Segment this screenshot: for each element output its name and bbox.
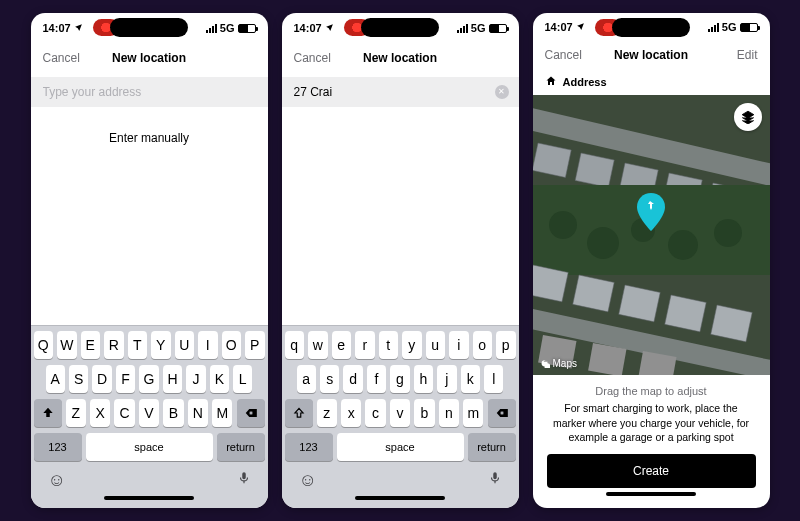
letter-key[interactable]: K xyxy=(210,365,229,393)
letter-key[interactable]: n xyxy=(439,399,459,427)
letter-key[interactable]: d xyxy=(343,365,362,393)
backspace-key[interactable] xyxy=(488,399,516,427)
maps-attribution: Maps xyxy=(541,358,577,369)
space-key[interactable]: space xyxy=(86,433,213,461)
letter-key[interactable]: C xyxy=(114,399,134,427)
return-key[interactable]: return xyxy=(468,433,516,461)
emoji-key[interactable]: ☺ xyxy=(299,470,317,491)
letter-key[interactable]: j xyxy=(437,365,456,393)
clear-input-icon[interactable]: ✕ xyxy=(495,85,509,99)
letter-key[interactable]: p xyxy=(496,331,516,359)
letter-key[interactable]: G xyxy=(139,365,158,393)
letter-key[interactable]: v xyxy=(390,399,410,427)
battery-icon xyxy=(238,24,256,33)
letter-key[interactable]: w xyxy=(308,331,328,359)
letter-key[interactable]: V xyxy=(139,399,159,427)
numbers-key[interactable]: 123 xyxy=(285,433,333,461)
letter-key[interactable]: z xyxy=(317,399,337,427)
letter-key[interactable]: f xyxy=(367,365,386,393)
content-area: Enter manually xyxy=(31,107,268,325)
network-label: 5G xyxy=(220,22,235,34)
letter-key[interactable]: u xyxy=(426,331,446,359)
letter-key[interactable]: t xyxy=(379,331,399,359)
letter-key[interactable]: h xyxy=(414,365,433,393)
letter-key[interactable]: Z xyxy=(66,399,86,427)
address-input-row[interactable]: ✕ xyxy=(282,77,519,107)
letter-key[interactable]: x xyxy=(341,399,361,427)
address-label: Address xyxy=(563,76,607,88)
letter-key[interactable]: s xyxy=(320,365,339,393)
svg-point-7 xyxy=(549,211,577,239)
battery-icon xyxy=(740,23,758,32)
backspace-key[interactable] xyxy=(237,399,265,427)
letter-key[interactable]: I xyxy=(198,331,218,359)
letter-key[interactable]: M xyxy=(212,399,232,427)
letter-key[interactable]: D xyxy=(92,365,111,393)
letter-key[interactable]: S xyxy=(69,365,88,393)
letter-key[interactable]: B xyxy=(163,399,183,427)
letter-key[interactable]: b xyxy=(414,399,434,427)
cancel-button[interactable]: Cancel xyxy=(43,51,87,65)
letter-key[interactable]: l xyxy=(484,365,503,393)
cancel-button[interactable]: Cancel xyxy=(294,51,338,65)
home-indicator[interactable] xyxy=(104,496,194,500)
map-view[interactable]: Maps xyxy=(533,95,770,375)
location-icon xyxy=(576,21,585,33)
letter-key[interactable]: O xyxy=(222,331,242,359)
svg-point-11 xyxy=(714,219,742,247)
shift-key[interactable] xyxy=(285,399,313,427)
enter-manually-button[interactable]: Enter manually xyxy=(31,107,268,145)
keyboard[interactable]: qwertyuiop asdfghjkl zxcvbnm 123 space r… xyxy=(282,325,519,508)
letter-key[interactable]: H xyxy=(163,365,182,393)
letter-key[interactable]: m xyxy=(463,399,483,427)
letter-key[interactable]: k xyxy=(461,365,480,393)
letter-key[interactable]: F xyxy=(116,365,135,393)
letter-key[interactable]: U xyxy=(175,331,195,359)
letter-key[interactable]: L xyxy=(233,365,252,393)
letter-key[interactable]: A xyxy=(46,365,65,393)
letter-key[interactable]: e xyxy=(332,331,352,359)
home-indicator[interactable] xyxy=(355,496,445,500)
home-icon xyxy=(545,75,557,89)
address-row[interactable]: Address xyxy=(533,69,770,95)
page-title: New location xyxy=(363,51,437,65)
letter-key[interactable]: q xyxy=(285,331,305,359)
cellular-signal-icon xyxy=(206,24,217,33)
letter-key[interactable]: E xyxy=(81,331,101,359)
address-input-row[interactable] xyxy=(31,77,268,107)
edit-button[interactable]: Edit xyxy=(713,48,757,62)
letter-key[interactable]: W xyxy=(57,331,77,359)
emoji-key[interactable]: ☺ xyxy=(48,470,66,491)
home-indicator[interactable] xyxy=(606,492,696,496)
shift-key[interactable] xyxy=(34,399,62,427)
numbers-key[interactable]: 123 xyxy=(34,433,82,461)
dictation-key[interactable] xyxy=(237,469,251,492)
letter-key[interactable]: c xyxy=(365,399,385,427)
keyboard[interactable]: QWERTYUIOP ASDFGHJKL ZXCVBNM 123 space r… xyxy=(31,325,268,508)
letter-key[interactable]: a xyxy=(297,365,316,393)
dictation-key[interactable] xyxy=(488,469,502,492)
letter-key[interactable]: r xyxy=(355,331,375,359)
letter-key[interactable]: J xyxy=(186,365,205,393)
letter-key[interactable]: Y xyxy=(151,331,171,359)
create-button[interactable]: Create xyxy=(547,454,756,488)
address-input[interactable] xyxy=(292,84,489,100)
letter-key[interactable]: R xyxy=(104,331,124,359)
letter-key[interactable]: i xyxy=(449,331,469,359)
notch xyxy=(361,18,439,37)
notch xyxy=(110,18,188,37)
letter-key[interactable]: P xyxy=(245,331,265,359)
letter-key[interactable]: N xyxy=(188,399,208,427)
return-key[interactable]: return xyxy=(217,433,265,461)
letter-key[interactable]: Q xyxy=(34,331,54,359)
cancel-button[interactable]: Cancel xyxy=(545,48,589,62)
address-input[interactable] xyxy=(41,84,258,100)
space-key[interactable]: space xyxy=(337,433,464,461)
nav-bar: Cancel New location xyxy=(282,43,519,73)
letter-key[interactable]: y xyxy=(402,331,422,359)
letter-key[interactable]: o xyxy=(473,331,493,359)
letter-key[interactable]: g xyxy=(390,365,409,393)
letter-key[interactable]: T xyxy=(128,331,148,359)
map-layers-button[interactable] xyxy=(734,103,762,131)
letter-key[interactable]: X xyxy=(90,399,110,427)
